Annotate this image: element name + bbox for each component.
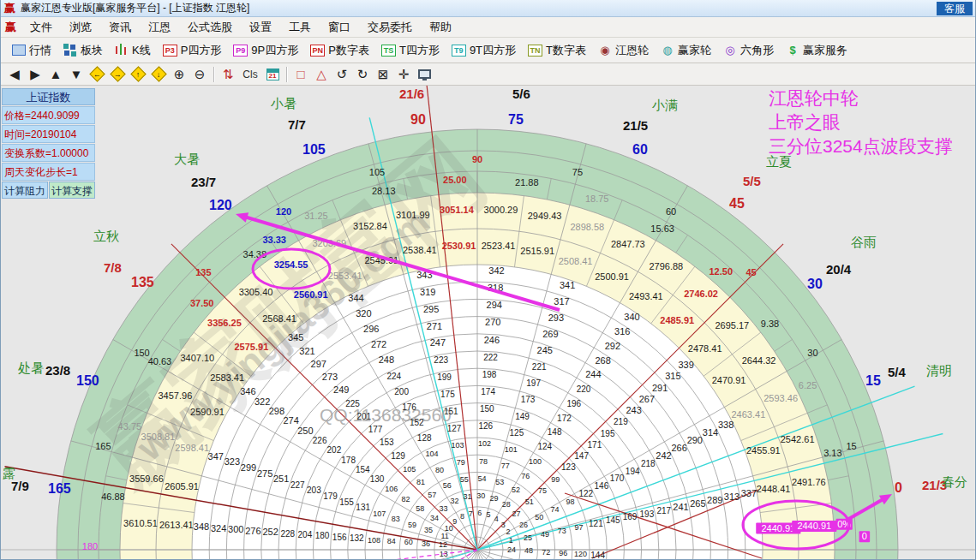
wheel-number: 179 (323, 491, 338, 501)
toolbar-button-六角形[interactable]: ◎六角形 (717, 41, 780, 60)
nav-down-button[interactable]: ▼ (66, 65, 87, 84)
solar-term-label: 立夏 (766, 154, 792, 169)
toolbar-button-行情[interactable]: 行情 (6, 41, 57, 60)
wheel-number: 241 (673, 502, 688, 512)
toolbar-label: K线 (132, 43, 151, 58)
wheel-number: 128 (417, 433, 432, 443)
wheel-number: 348 (194, 521, 209, 532)
wheel-number: 197 (526, 378, 541, 388)
toolbar-button-P数字表[interactable]: PNP数字表 (304, 41, 375, 60)
nav-right-button[interactable]: ▶ (25, 65, 45, 84)
calendar-button[interactable]: 21 (262, 65, 283, 84)
pan-up-button-icon: ↑ (130, 66, 146, 81)
scale-toggle-button[interactable]: ⇅ (218, 65, 238, 84)
wheel-number: 54 (478, 474, 487, 483)
wheel-number: 151 (444, 407, 458, 416)
outer-degree-label: 60 (632, 142, 648, 157)
wheel-number: 102 (478, 439, 491, 448)
menu-item-2[interactable]: 浏览 (61, 19, 100, 35)
toolbar-button-T四方形[interactable]: TST四方形 (375, 41, 446, 60)
wheel-number: 12 (439, 540, 447, 549)
wheel-number: 250 (297, 426, 313, 436)
toolbar-button-9P四方形[interactable]: P99P四方形 (227, 41, 304, 60)
wheel-number: 131 (356, 503, 370, 512)
rotate-cw-button[interactable]: ↻ (352, 65, 373, 84)
degree-value: 135 (195, 267, 211, 277)
gann-wheel-chart: 赢家财富网www.yingjia360.comQQ:11368325601234… (1, 86, 976, 560)
wheel-number: 293 (548, 313, 564, 323)
menu-item-5[interactable]: 公式选股 (179, 19, 241, 35)
toolbar-button-赢家服务[interactable]: $赢家服务 (780, 41, 853, 60)
rect-tool-button[interactable]: □ (290, 65, 311, 84)
wheel-number: 156 (332, 533, 347, 542)
menu-item-8[interactable]: 窗口 (320, 19, 359, 35)
delete-selection-button[interactable]: ⊠ (373, 65, 393, 84)
wheel-number: 78 (479, 457, 488, 466)
toolbar-label: 行情 (29, 43, 51, 58)
wheel-number: 269 (542, 329, 558, 339)
wheel-number: 180 (315, 531, 330, 540)
wheel-number: 295 (423, 304, 439, 314)
solar-term-label: 小满 (651, 98, 678, 112)
menu-item-6[interactable]: 设置 (241, 19, 280, 35)
zoom-out-button[interactable]: ⊖ (189, 65, 210, 84)
wheel-number: 200 (394, 387, 409, 396)
menu-item-9[interactable]: 交易委托 (359, 19, 421, 35)
pan-left-button[interactable]: ← (87, 65, 107, 84)
triangle-tool-button[interactable]: △ (311, 65, 332, 84)
toolbar-button-K线[interactable]: K线 (109, 41, 157, 60)
toolbar-button-江恩轮[interactable]: ◉江恩轮 (592, 41, 655, 60)
wheel-number: 228 (280, 529, 295, 539)
menu-item-1[interactable]: 文件 (21, 19, 61, 35)
wheel-number: 249 (333, 384, 349, 395)
toolbar-button-T数字表[interactable]: TNT数字表 (522, 41, 592, 60)
pan-up-button[interactable]: ↑ (128, 65, 148, 84)
wheel-number: 1 (509, 536, 513, 545)
center-view-button[interactable]: ✛ (393, 65, 414, 84)
menu-item-10[interactable]: 帮助 (421, 19, 460, 35)
price-outer-value: 2746.02 (684, 289, 718, 299)
wheel-number: 225 (345, 399, 360, 408)
wheel-number: 177 (368, 425, 383, 434)
wheel-number: 76 (521, 472, 530, 480)
calc-support-button[interactable]: 计算支撑 (49, 182, 95, 199)
nav-left-button[interactable]: ◀ (4, 65, 25, 84)
wheel-number: 101 (505, 445, 518, 454)
zoom-in-button[interactable]: ⊕ (169, 65, 189, 84)
rotate-ccw-button[interactable]: ↺ (332, 65, 352, 84)
percent-value: 21.88 (515, 177, 539, 188)
solar-date-label: 23/7 (191, 175, 216, 189)
calc-resistance-button[interactable]: 计算阻力 (2, 182, 48, 199)
wheel-number: 77 (501, 462, 510, 470)
wheel-number: 27 (512, 509, 520, 518)
toolbar-button-P四方形[interactable]: P3P四方形 (157, 41, 228, 60)
calc-buttons: 计算阻力计算支撑 (2, 182, 95, 199)
wheel-number: 198 (482, 370, 497, 379)
pan-right-button[interactable]: → (107, 65, 128, 84)
pan-down-button[interactable]: ↓ (148, 65, 169, 84)
percent-value: 37.50 (190, 298, 214, 308)
toolbar-button-板块[interactable]: 板块 (57, 41, 109, 60)
info-rows: 价格=2440.9099时间=20190104变换系数=1.00000周天变化步… (2, 106, 95, 181)
wheel-number: 171 (588, 440, 602, 450)
degree-value: 180 (82, 541, 98, 551)
price-outer-value: 2695.17 (715, 320, 749, 331)
toolbar-button-赢家轮[interactable]: ◍赢家轮 (655, 41, 717, 60)
customer-service-button[interactable]: 客服 (937, 2, 973, 15)
nav-up-button[interactable]: ▲ (45, 65, 66, 84)
menu-item-4[interactable]: 江恩 (140, 19, 179, 35)
menu-item-3[interactable]: 资讯 (100, 19, 140, 35)
screen-button[interactable] (414, 65, 434, 84)
menu-item-7[interactable]: 工具 (280, 19, 320, 35)
wheel-number: 344 (348, 293, 363, 303)
toolbar-button-9T四方形[interactable]: T99T四方形 (446, 41, 522, 60)
solar-term-label: 春分 (942, 474, 967, 489)
degree-value: 120 (276, 206, 291, 217)
wheel-number: 275 (257, 468, 272, 479)
wheel-number: 323 (225, 456, 240, 467)
wheel-number: 58 (416, 504, 424, 513)
wheel-number: 320 (356, 308, 371, 319)
cls-button[interactable]: Cls (238, 65, 262, 84)
wheel-number: 153 (380, 438, 394, 447)
wheel-number: 25 (524, 533, 532, 542)
